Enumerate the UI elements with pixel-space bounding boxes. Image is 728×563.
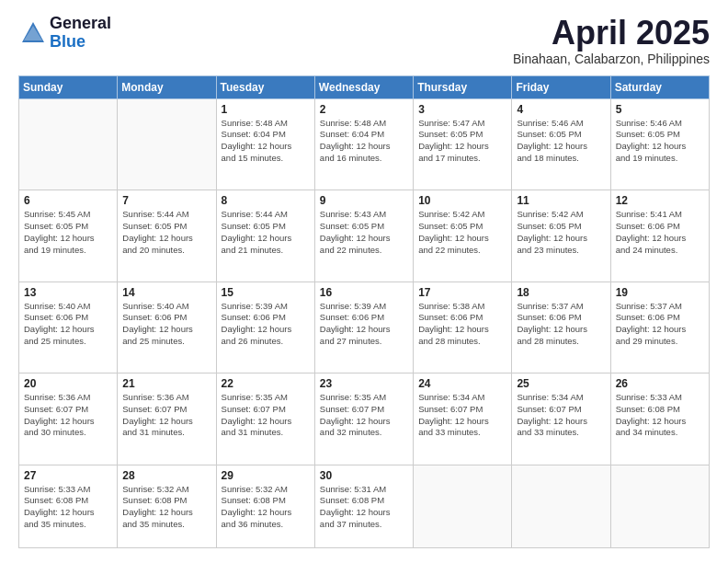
day-number: 11 — [517, 194, 605, 207]
day-info: Sunrise: 5:46 AMSunset: 6:05 PMDaylight:… — [517, 118, 605, 165]
day-number: 5 — [616, 103, 704, 116]
table-row: 15Sunrise: 5:39 AMSunset: 6:06 PMDayligh… — [216, 282, 314, 373]
day-number: 30 — [320, 469, 408, 482]
day-number: 22 — [222, 377, 310, 390]
table-row: 11Sunrise: 5:42 AMSunset: 6:05 PMDayligh… — [512, 190, 610, 282]
day-number: 28 — [122, 469, 210, 482]
day-info: Sunrise: 5:45 AMSunset: 6:05 PMDaylight:… — [24, 209, 112, 256]
calendar-week-1: 1Sunrise: 5:48 AMSunset: 6:04 PMDaylight… — [19, 98, 710, 190]
table-row: 29Sunrise: 5:32 AMSunset: 6:08 PMDayligh… — [216, 465, 314, 547]
day-number: 10 — [418, 194, 506, 207]
col-sunday: Sunday — [19, 75, 118, 98]
day-info: Sunrise: 5:37 AMSunset: 6:06 PMDaylight:… — [517, 301, 605, 348]
table-row: 25Sunrise: 5:34 AMSunset: 6:07 PMDayligh… — [512, 373, 610, 465]
day-info: Sunrise: 5:47 AMSunset: 6:05 PMDaylight:… — [418, 118, 506, 165]
day-number: 6 — [24, 194, 112, 207]
day-info: Sunrise: 5:42 AMSunset: 6:05 PMDaylight:… — [418, 209, 506, 256]
col-saturday: Saturday — [610, 75, 709, 98]
calendar-week-3: 13Sunrise: 5:40 AMSunset: 6:06 PMDayligh… — [19, 282, 710, 373]
table-row: 1Sunrise: 5:48 AMSunset: 6:04 PMDaylight… — [216, 98, 314, 190]
day-info: Sunrise: 5:40 AMSunset: 6:06 PMDaylight:… — [122, 301, 210, 348]
day-info: Sunrise: 5:44 AMSunset: 6:05 PMDaylight:… — [222, 209, 310, 256]
calendar-header-row: Sunday Monday Tuesday Wednesday Thursday… — [19, 75, 710, 98]
day-info: Sunrise: 5:35 AMSunset: 6:07 PMDaylight:… — [320, 392, 408, 439]
table-row — [19, 98, 118, 190]
col-monday: Monday — [118, 75, 216, 98]
table-row: 16Sunrise: 5:39 AMSunset: 6:06 PMDayligh… — [314, 282, 413, 373]
day-info: Sunrise: 5:32 AMSunset: 6:08 PMDaylight:… — [122, 484, 210, 531]
page: General Blue April 2025 Binahaan, Calaba… — [0, 0, 728, 563]
day-info: Sunrise: 5:33 AMSunset: 6:08 PMDaylight:… — [616, 392, 704, 439]
day-number: 26 — [616, 377, 704, 390]
day-number: 1 — [222, 103, 310, 116]
day-info: Sunrise: 5:42 AMSunset: 6:05 PMDaylight:… — [517, 209, 605, 256]
table-row: 19Sunrise: 5:37 AMSunset: 6:06 PMDayligh… — [610, 282, 709, 373]
day-number: 18 — [517, 286, 605, 299]
table-row: 5Sunrise: 5:46 AMSunset: 6:05 PMDaylight… — [610, 98, 709, 190]
day-number: 20 — [24, 377, 112, 390]
table-row: 23Sunrise: 5:35 AMSunset: 6:07 PMDayligh… — [314, 373, 413, 465]
title-month: April 2025 — [513, 15, 710, 52]
day-info: Sunrise: 5:31 AMSunset: 6:08 PMDaylight:… — [320, 484, 408, 531]
table-row: 2Sunrise: 5:48 AMSunset: 6:04 PMDaylight… — [314, 98, 413, 190]
calendar-week-5: 27Sunrise: 5:33 AMSunset: 6:08 PMDayligh… — [19, 465, 710, 547]
day-number: 12 — [616, 194, 704, 207]
day-info: Sunrise: 5:36 AMSunset: 6:07 PMDaylight:… — [122, 392, 210, 439]
table-row: 4Sunrise: 5:46 AMSunset: 6:05 PMDaylight… — [512, 98, 610, 190]
day-number: 13 — [24, 286, 112, 299]
day-number: 29 — [222, 469, 310, 482]
day-number: 14 — [122, 286, 210, 299]
day-number: 19 — [616, 286, 704, 299]
col-tuesday: Tuesday — [216, 75, 314, 98]
day-info: Sunrise: 5:32 AMSunset: 6:08 PMDaylight:… — [222, 484, 310, 531]
table-row: 17Sunrise: 5:38 AMSunset: 6:06 PMDayligh… — [414, 282, 512, 373]
logo-icon — [20, 20, 46, 46]
day-number: 4 — [517, 103, 605, 116]
day-number: 7 — [122, 194, 210, 207]
table-row — [118, 98, 216, 190]
day-number: 3 — [418, 103, 506, 116]
col-thursday: Thursday — [414, 75, 512, 98]
title-block: April 2025 Binahaan, Calabarzon, Philipp… — [513, 15, 710, 66]
table-row: 9Sunrise: 5:43 AMSunset: 6:05 PMDaylight… — [314, 190, 413, 282]
day-info: Sunrise: 5:39 AMSunset: 6:06 PMDaylight:… — [222, 301, 310, 348]
day-number: 8 — [222, 194, 310, 207]
day-number: 17 — [418, 286, 506, 299]
day-number: 25 — [517, 377, 605, 390]
table-row: 30Sunrise: 5:31 AMSunset: 6:08 PMDayligh… — [314, 465, 413, 547]
day-info: Sunrise: 5:48 AMSunset: 6:04 PMDaylight:… — [320, 118, 408, 165]
logo-text: General Blue — [50, 15, 111, 52]
table-row: 21Sunrise: 5:36 AMSunset: 6:07 PMDayligh… — [118, 373, 216, 465]
day-number: 21 — [122, 377, 210, 390]
logo-blue-text: Blue — [50, 33, 111, 52]
day-info: Sunrise: 5:34 AMSunset: 6:07 PMDaylight:… — [517, 392, 605, 439]
calendar-week-4: 20Sunrise: 5:36 AMSunset: 6:07 PMDayligh… — [19, 373, 710, 465]
day-number: 15 — [222, 286, 310, 299]
table-row — [610, 465, 709, 547]
table-row: 3Sunrise: 5:47 AMSunset: 6:05 PMDaylight… — [414, 98, 512, 190]
calendar-table: Sunday Monday Tuesday Wednesday Thursday… — [18, 75, 710, 548]
col-wednesday: Wednesday — [314, 75, 413, 98]
day-info: Sunrise: 5:33 AMSunset: 6:08 PMDaylight:… — [24, 484, 112, 531]
logo-general-text: General — [50, 15, 111, 33]
table-row: 26Sunrise: 5:33 AMSunset: 6:08 PMDayligh… — [610, 373, 709, 465]
svg-marker-1 — [24, 26, 42, 40]
table-row — [414, 465, 512, 547]
table-row: 24Sunrise: 5:34 AMSunset: 6:07 PMDayligh… — [414, 373, 512, 465]
day-number: 27 — [24, 469, 112, 482]
table-row: 22Sunrise: 5:35 AMSunset: 6:07 PMDayligh… — [216, 373, 314, 465]
day-number: 24 — [418, 377, 506, 390]
day-info: Sunrise: 5:37 AMSunset: 6:06 PMDaylight:… — [616, 301, 704, 348]
table-row: 6Sunrise: 5:45 AMSunset: 6:05 PMDaylight… — [19, 190, 118, 282]
day-info: Sunrise: 5:35 AMSunset: 6:07 PMDaylight:… — [222, 392, 310, 439]
day-info: Sunrise: 5:44 AMSunset: 6:05 PMDaylight:… — [122, 209, 210, 256]
day-number: 23 — [320, 377, 408, 390]
logo: General Blue — [18, 15, 111, 52]
col-friday: Friday — [512, 75, 610, 98]
table-row: 13Sunrise: 5:40 AMSunset: 6:06 PMDayligh… — [19, 282, 118, 373]
day-number: 2 — [320, 103, 408, 116]
day-info: Sunrise: 5:48 AMSunset: 6:04 PMDaylight:… — [222, 118, 310, 165]
table-row: 10Sunrise: 5:42 AMSunset: 6:05 PMDayligh… — [414, 190, 512, 282]
day-info: Sunrise: 5:40 AMSunset: 6:06 PMDaylight:… — [24, 301, 112, 348]
table-row: 28Sunrise: 5:32 AMSunset: 6:08 PMDayligh… — [118, 465, 216, 547]
